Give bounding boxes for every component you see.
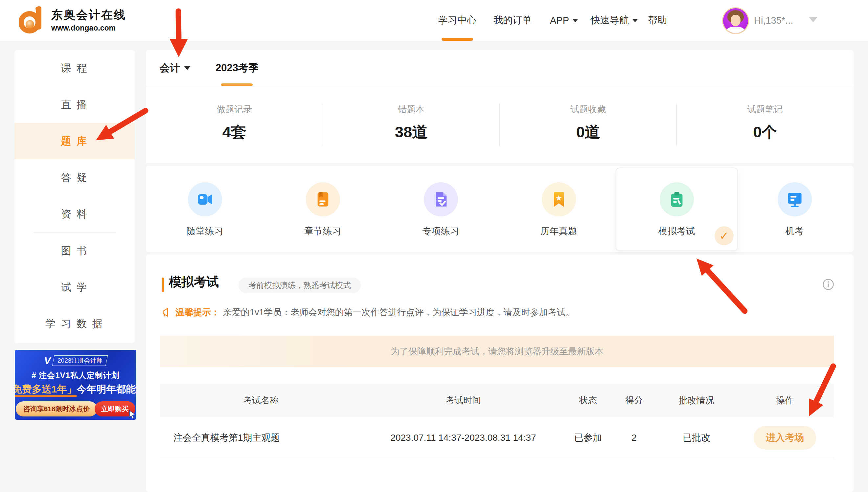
browser-upgrade-notice: 为了保障顺利完成考试，请您将浏览器升级至最新版本	[160, 336, 834, 367]
clipboard-icon	[660, 182, 694, 217]
ad-highlight: 「免费多送1年」	[15, 384, 76, 397]
ad-subline: 今年明年都能考!	[76, 384, 136, 394]
mode-computer-exam[interactable]: 机考	[736, 166, 853, 252]
book-icon	[306, 182, 340, 217]
avatar[interactable]	[722, 7, 749, 34]
stat-wrong-questions[interactable]: 错题本 38道	[323, 87, 500, 163]
megaphone-icon	[162, 307, 172, 318]
mock-exam-section: 模拟考试 考前模拟演练，熟悉考试模式 温馨提示： 亲爱的1v1学员：老师会对您的…	[146, 254, 853, 492]
sidebar-item-study-data[interactable]: 学 习 数 据	[15, 305, 135, 342]
cell-review: 已批改	[657, 432, 736, 444]
ad-headline: # 注会1V1私人定制计划	[31, 370, 120, 381]
nav-quick-links[interactable]: 快速导航	[591, 0, 638, 41]
title-accent-bar	[162, 277, 164, 292]
site-title: 东奥会计在线	[51, 7, 126, 23]
selected-check-icon	[715, 226, 733, 245]
sidebar-item-question-bank[interactable]: 题 库	[15, 123, 135, 159]
svg-text:★: ★	[555, 193, 562, 202]
dongao-logo-icon	[19, 5, 45, 34]
promo-banner[interactable]: V 2023注册会计师 # 注会1V1私人定制计划 「免费多送1年」今年明年都能…	[15, 350, 136, 420]
nav-my-orders[interactable]: 我的订单	[493, 0, 532, 41]
exam-table: 考试名称 考试时间 状态 得分 批改情况 操作 注会全真模考第1期主观题 202…	[160, 384, 834, 459]
monitor-icon	[778, 182, 812, 217]
ad-consult-button[interactable]: 咨询享618限时冰点价	[16, 401, 97, 416]
mode-past-exams[interactable]: ★ 历年真题	[500, 166, 618, 252]
mode-special-practice[interactable]: 专项练习	[382, 166, 500, 252]
sidebar: 课 程 直 播 题 库 答 疑 资 料 图 书 试 学 学 习 数 据	[15, 50, 135, 343]
stat-favorites[interactable]: 试题收藏 0道	[500, 87, 677, 163]
section-title: 模拟考试	[169, 274, 219, 290]
nav-study-center[interactable]: 学习中心	[438, 0, 476, 41]
ad-badge-text: 2023注册会计师	[57, 356, 102, 365]
tip-label: 温馨提示：	[175, 306, 220, 318]
tip-text: 亲爱的1v1学员：老师会对您的第一次作答进行点评，为保证学习进度，请及时参加考试…	[223, 306, 575, 318]
nav-app[interactable]: APP	[550, 0, 578, 41]
ad-buy-button[interactable]: 立即购买	[95, 401, 135, 416]
cell-score: 2	[611, 433, 657, 443]
user-greeting: Hi,135*...	[754, 0, 793, 41]
subject-tab-bar: 会计 2023考季	[146, 50, 853, 87]
user-menu-chevron-icon[interactable]	[809, 17, 817, 22]
sidebar-item-books[interactable]: 图 书	[15, 232, 135, 269]
sidebar-item-qa[interactable]: 答 疑	[15, 159, 135, 196]
chevron-down-icon	[572, 19, 578, 22]
cursor-icon	[128, 410, 136, 419]
tab-2023-season[interactable]: 2023考季	[216, 50, 259, 86]
header-action: 操作	[736, 394, 834, 406]
chevron-down-icon	[184, 66, 191, 70]
stat-notes[interactable]: 试题笔记 0个	[677, 87, 854, 163]
mode-chapter-practice[interactable]: 章节练习	[264, 166, 382, 252]
site-url: www.dongao.com	[51, 24, 126, 32]
logo[interactable]: 东奥会计在线 www.dongao.com	[19, 5, 126, 34]
top-nav: 学习中心 我的订单 APP 快速导航 帮助	[438, 0, 667, 41]
page: 东奥会计在线 www.dongao.com 学习中心 我的订单 APP 快速导航…	[0, 0, 868, 492]
cell-exam-time: 2023.07.11 14:37-2023.08.31 14:37	[361, 433, 565, 443]
chevron-down-icon	[632, 19, 638, 22]
header-review: 批改情况	[657, 394, 736, 406]
sidebar-item-trial[interactable]: 试 学	[15, 269, 135, 305]
stat-practice-record[interactable]: 做题记录 4套	[146, 87, 323, 163]
document-check-icon	[424, 182, 458, 217]
header-exam-name: 考试名称	[160, 394, 361, 406]
info-icon[interactable]	[822, 278, 835, 292]
star-ribbon-icon: ★	[542, 182, 576, 217]
header-score: 得分	[611, 394, 657, 406]
cell-exam-name: 注会全真模考第1期主观题	[160, 432, 361, 444]
mode-class-practice[interactable]: 随堂练习	[146, 166, 264, 252]
sidebar-item-live[interactable]: 直 播	[15, 87, 135, 123]
video-camera-icon	[188, 182, 222, 217]
nav-help[interactable]: 帮助	[648, 0, 667, 41]
table-row: 注会全真模考第1期主观题 2023.07.11 14:37-2023.08.31…	[160, 417, 834, 459]
section-subtitle-badge: 考前模拟演练，熟悉考试模式	[239, 277, 361, 293]
enter-exam-button[interactable]: 进入考场	[754, 426, 816, 450]
subject-dropdown[interactable]: 会计	[160, 61, 191, 75]
table-header-row: 考试名称 考试时间 状态 得分 批改情况 操作	[160, 384, 834, 417]
tip-row: 温馨提示： 亲爱的1v1学员：老师会对您的第一次作答进行点评，为保证学习进度，请…	[162, 306, 575, 318]
sidebar-item-materials[interactable]: 资 料	[15, 196, 135, 232]
practice-modes-card: 随堂练习 章节练习	[146, 166, 853, 252]
ad-v-logo: V	[44, 355, 51, 366]
top-header: 东奥会计在线 www.dongao.com 学习中心 我的订单 APP 快速导航…	[0, 0, 868, 41]
stats-card: 做题记录 4套 错题本 38道 试题收藏 0道 试题笔记 0个	[146, 87, 853, 163]
sidebar-item-courses[interactable]: 课 程	[15, 50, 135, 87]
header-exam-time: 考试时间	[361, 394, 565, 406]
header-status: 状态	[565, 394, 611, 406]
row-divider	[160, 459, 834, 459]
cell-status: 已参加	[565, 432, 611, 444]
